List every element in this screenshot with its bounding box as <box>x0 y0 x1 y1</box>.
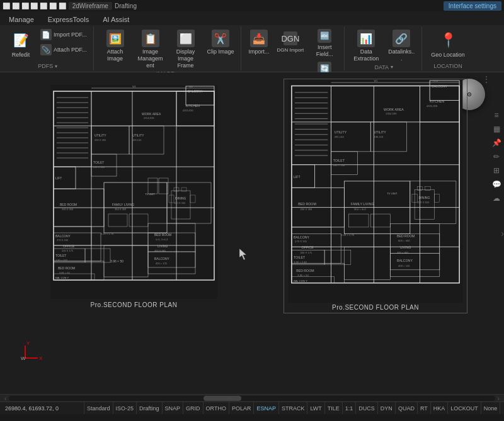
status-ducs[interactable]: DUCS <box>356 402 378 414</box>
dgn-icon: DGN <box>284 31 297 45</box>
dgn-import-label: DGN Import <box>277 47 304 53</box>
status-esnap[interactable]: ESNAP <box>254 402 279 414</box>
status-polar[interactable]: POLAR <box>229 402 255 414</box>
import-pdf-btn[interactable]: 📄 Import PDF... <box>38 28 89 42</box>
svg-text:320 X 175: 320 X 175 <box>62 249 74 252</box>
svg-text:LIVING: LIVING <box>400 245 411 249</box>
data-extraction-icon: 📊 <box>357 30 375 47</box>
scroll-left-btn[interactable]: ‹ <box>3 395 9 402</box>
title-bar-left: ⬜ ⬜ ⬜ ⬜ ⬜ ⬜ ⬜ 2dWireframe Drafting <box>3 2 137 10</box>
svg-text:LIFT: LIFT <box>55 176 62 180</box>
svg-text:364 X 369: 364 X 369 <box>115 208 127 211</box>
layers-palette-btn[interactable]: ▦ <box>491 124 501 134</box>
svg-text:2354,936: 2354,936 <box>144 116 154 120</box>
svg-text:BALCONY: BALCONY <box>397 259 413 262</box>
svg-text:KKJ: KKJ <box>433 79 438 82</box>
svg-text:BED ROOM: BED ROOM <box>154 233 171 237</box>
pdfs-items: 📝 Refedit 📄 Import PDF... 📎 Attach PDF..… <box>6 28 89 63</box>
datalinks-icon: 🔗 <box>392 30 410 47</box>
svg-text:DINING: DINING <box>418 196 430 199</box>
tab-expresstools[interactable]: ExpressTools <box>42 14 95 25</box>
svg-text:W: W <box>21 356 26 361</box>
datalinks-btn[interactable]: 🔗 Datalinks... <box>385 28 418 64</box>
scroll-track[interactable] <box>9 396 496 401</box>
svg-text:UTILITY: UTILITY <box>132 133 144 137</box>
insert-field-btn[interactable]: 🔤 Insert Field... <box>309 28 340 59</box>
status-standard[interactable]: Standard <box>84 402 113 414</box>
status-bar: 26980.4, 61693.72, 0 Standard ISO-25 Dra… <box>0 401 504 414</box>
canvas-menu-dots[interactable]: ⋮ <box>483 75 490 84</box>
svg-text:BAL CON Y: BAL CON Y <box>294 279 307 283</box>
display-image-frame-btn[interactable]: ⬜ Display Image Frame <box>169 28 202 70</box>
status-lockout[interactable]: LOCKOUT <box>448 402 481 414</box>
image-management-label: Image Management <box>137 48 164 69</box>
svg-text:LIFT: LIFT <box>294 175 301 179</box>
scroll-right-btn[interactable]: › <box>495 395 501 402</box>
pin-palette-btn[interactable]: 📌 <box>491 138 501 148</box>
status-11[interactable]: 1:1 <box>343 402 357 414</box>
data-items: 📊 Data Extraction 🔗 Datalinks... <box>350 28 418 64</box>
grid-palette-btn[interactable]: ⊞ <box>491 166 501 176</box>
floor-plan-svg-right: BALCONY KITCHEN 4305,308 <box>284 79 467 303</box>
horizontal-scrollbar[interactable]: ‹ › <box>0 394 504 401</box>
svg-text:BED ROOM: BED ROOM <box>296 269 314 272</box>
clip-image-btn[interactable]: ✂️ Clip Image <box>205 28 237 57</box>
status-iso25[interactable]: ISO-25 <box>113 402 137 414</box>
import-pdf-label: Import PDF... <box>54 31 87 38</box>
status-drafting[interactable]: Drafting <box>137 402 163 414</box>
status-quad[interactable]: QUAD <box>396 402 418 414</box>
status-snap[interactable]: SNAP <box>163 402 184 414</box>
svg-text:DINING: DINING <box>175 196 186 200</box>
svg-text:KITCHEN: KITCHEN <box>430 99 444 103</box>
svg-text:UTILITY: UTILITY <box>374 130 386 134</box>
svg-text:4305,308: 4305,308 <box>427 104 438 108</box>
svg-text:230 X 304: 230 X 304 <box>300 208 312 211</box>
image-management-btn[interactable]: 📋 Image Management <box>134 28 167 70</box>
svg-text:TV UNIT: TV UNIT <box>145 193 155 196</box>
canvas-container[interactable]: ⊙ ⋮ ≡ ▦ 📌 ✏ ⊞ 💬 ☁ Y X W <box>0 72 504 394</box>
tab-aiassist[interactable]: AI Assist <box>96 14 135 25</box>
status-hka[interactable]: HKA <box>431 402 449 414</box>
svg-text:230 X 304: 230 X 304 <box>62 208 74 211</box>
interface-settings-btn[interactable]: Interface settings <box>444 1 501 11</box>
status-rt[interactable]: RT <box>418 402 431 414</box>
canvas-scroll-right-btn[interactable]: › <box>501 228 504 239</box>
status-dyn[interactable]: DYN <box>378 402 396 414</box>
tab-manage[interactable]: Manage <box>3 14 40 25</box>
svg-text:296 × 148: 296 × 148 <box>333 164 345 167</box>
status-coords: 26980.4, 61693.72, 0 <box>3 402 84 414</box>
attach-pdf-label: Attach PDF... <box>54 47 87 53</box>
status-lwt[interactable]: LWT <box>307 402 324 414</box>
clip-image-icon: ✂️ <box>212 30 229 47</box>
status-grid[interactable]: GRID <box>183 402 203 414</box>
svg-text:Y: Y <box>26 340 30 346</box>
attach-pdf-btn[interactable]: 📎 Attach PDF... <box>38 43 89 57</box>
image-management-icon: 📋 <box>142 30 159 47</box>
import-label: Import... <box>249 48 270 55</box>
status-ortho[interactable]: ORTHO <box>203 402 229 414</box>
svg-text:5×5, 5×4.3: 5×5, 5×4.3 <box>156 238 168 241</box>
scroll-thumb[interactable] <box>203 396 241 401</box>
status-none[interactable]: None <box>481 402 501 414</box>
svg-text:3.96 × 50: 3.96 × 50 <box>297 274 309 277</box>
svg-text:320 X 175: 320 X 175 <box>300 251 312 254</box>
svg-text:FAMILY LIVING: FAMILY LIVING <box>112 203 134 206</box>
dgn-import-btn[interactable]: DGN DGN Import <box>275 30 307 54</box>
settings-palette-btn[interactable]: ≡ <box>491 110 501 120</box>
geo-location-btn[interactable]: 📍 Geo Location <box>427 28 469 60</box>
pen-palette-btn[interactable]: ✏ <box>491 152 501 162</box>
import-btn[interactable]: 📥 Import... <box>246 28 272 57</box>
data-extraction-btn[interactable]: 📊 Data Extraction <box>350 28 382 64</box>
ribbon-group-location: 📍 Geo Location LOCATION <box>423 26 472 70</box>
wireframe-dropdown[interactable]: 2dWireframe <box>69 2 112 10</box>
geo-location-label: Geo Location <box>431 52 465 58</box>
status-strack[interactable]: STRACK <box>279 402 308 414</box>
status-tile[interactable]: TILE <box>325 402 343 414</box>
svg-text:196,516: 196,516 <box>132 138 142 142</box>
balloon-palette-btn[interactable]: 💬 <box>491 179 501 189</box>
svg-text:450 X 345: 450 X 345 <box>417 201 430 204</box>
cloud-palette-btn[interactable]: ☁ <box>491 193 501 203</box>
refedit-button[interactable]: 📝 Refedit <box>6 28 35 60</box>
image-items: 🖼️ Attach Image 📋 Image Management ⬜ Dis… <box>99 28 237 70</box>
attach-image-btn[interactable]: 🖼️ Attach Image <box>99 28 132 64</box>
